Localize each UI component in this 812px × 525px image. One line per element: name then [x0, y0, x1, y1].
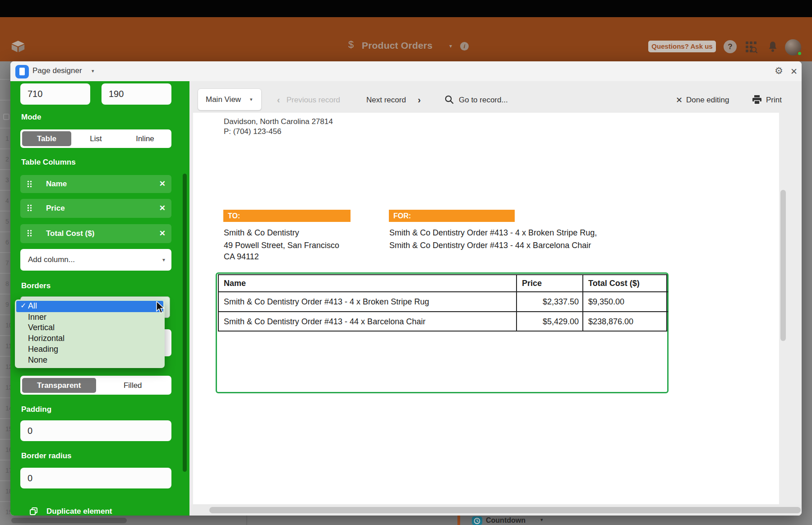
- background-row-number: 17: [5, 467, 10, 475]
- column-pill-price[interactable]: Price ✕: [20, 199, 171, 218]
- caret-down-icon: ▾: [162, 249, 165, 271]
- background-row-number: 16: [5, 446, 10, 454]
- phone-line: P: (704) 123-456: [224, 127, 281, 136]
- background-row-number: 15: [5, 425, 10, 433]
- padding-label: Padding: [21, 405, 51, 414]
- table-title[interactable]: Product Orders: [362, 40, 433, 51]
- table-cell: Smith & Co Dentistry Order #413 - 4 x Br…: [219, 292, 517, 312]
- online-status-dot: [797, 51, 802, 56]
- modal-title[interactable]: Page designer: [32, 66, 82, 75]
- close-icon: ✕: [676, 95, 683, 105]
- add-column-select[interactable]: Add column... ▾: [20, 249, 171, 271]
- duplicate-element-button[interactable]: Duplicate element: [29, 507, 165, 516]
- table-columns-label: Table Columns: [21, 158, 76, 167]
- to-line: 49 Powell Street, San Francisco: [224, 241, 339, 250]
- mode-option-table[interactable]: Table: [22, 131, 71, 146]
- gear-icon[interactable]: ⚙: [775, 65, 783, 76]
- to-line: CA 94112: [224, 252, 259, 262]
- page-designer-modal: Page designer ▾ ⚙ ✕ Mode Table List Inli…: [10, 61, 802, 516]
- top-black-strip: [0, 0, 812, 17]
- drag-handle-icon[interactable]: [27, 204, 32, 212]
- fill-option-filled[interactable]: Filled: [96, 378, 170, 393]
- remove-column-icon[interactable]: ✕: [159, 175, 166, 193]
- borders-option-inner[interactable]: Inner: [16, 312, 163, 323]
- close-icon[interactable]: ✕: [790, 66, 798, 76]
- print-button[interactable]: Print: [766, 96, 782, 105]
- print-icon: [752, 95, 762, 105]
- duplicate-label: Duplicate element: [46, 507, 112, 516]
- borders-option-none[interactable]: None: [16, 355, 163, 366]
- avatar[interactable]: [785, 39, 801, 55]
- title-caret-down-icon[interactable]: ▾: [449, 43, 452, 49]
- document-page[interactable]: Davidson, North Carolina 27814 P: (704) …: [193, 113, 779, 504]
- help-icon[interactable]: ?: [724, 40, 737, 53]
- selected-element-outline[interactable]: Name Price Total Cost ($) Smith & Co Den…: [216, 272, 669, 393]
- background-row-number: 10: [5, 322, 10, 330]
- screen: $ Product Orders ▾ i Questions? Ask us ?: [0, 0, 812, 525]
- column-pill-total-cost[interactable]: Total Cost ($) ✕: [20, 224, 171, 243]
- countdown-label: Countdown: [486, 516, 526, 525]
- remove-column-icon[interactable]: ✕: [159, 199, 166, 218]
- background-checkbox: [3, 114, 9, 120]
- mode-option-inline[interactable]: Inline: [120, 131, 170, 146]
- sidebar-scrollbar[interactable]: [183, 174, 187, 472]
- borders-option-vertical[interactable]: Vertical: [16, 322, 163, 334]
- background-row-number: 6: [5, 239, 10, 247]
- mode-label: Mode: [21, 113, 41, 122]
- bell-icon[interactable]: [767, 41, 779, 53]
- mode-segmented-control: Table List Inline: [20, 129, 171, 148]
- background-row-number: 1: [5, 135, 10, 143]
- border-radius-field[interactable]: [20, 468, 171, 488]
- preview-hscroll-thumb[interactable]: [209, 507, 801, 513]
- chevron-right-icon: ›: [418, 95, 421, 105]
- borders-dropdown-menu: ✓ All Inner Vertical Horizontal Heading …: [15, 299, 165, 368]
- height-field[interactable]: [102, 83, 171, 105]
- page-designer-icon: [15, 65, 29, 78]
- column-pill-name[interactable]: Name ✕: [20, 175, 171, 193]
- borders-option-all[interactable]: ✓ All: [16, 301, 163, 312]
- remove-column-icon[interactable]: ✕: [159, 224, 166, 243]
- drag-handle-icon[interactable]: [27, 180, 32, 188]
- info-icon[interactable]: i: [460, 42, 469, 51]
- check-icon: ✓: [20, 301, 26, 310]
- table-cell: $5,429.00: [517, 312, 583, 332]
- border-radius-label: Border radius: [21, 451, 71, 461]
- fill-option-transparent[interactable]: Transparent: [22, 378, 96, 393]
- background-scrollbar-thumb: [11, 518, 127, 523]
- table-header-name: Name: [219, 275, 517, 292]
- airtable-logo-icon[interactable]: [10, 39, 26, 54]
- caret-down-icon: ▾: [250, 97, 253, 102]
- countdown-app-icon: [472, 516, 482, 525]
- padding-field[interactable]: [20, 420, 171, 441]
- modal-title-caret-down-icon[interactable]: ▾: [92, 68, 94, 74]
- drag-handle-icon[interactable]: [27, 230, 32, 237]
- to-header-bar: TO:: [223, 210, 351, 222]
- background-row-number: 7: [5, 259, 10, 267]
- mode-option-list[interactable]: List: [71, 131, 120, 146]
- previous-record-button[interactable]: Previous record: [286, 96, 340, 105]
- dollar-icon: $: [348, 39, 354, 51]
- table-cell: $238,876.00: [583, 312, 668, 332]
- table-cell: $9,350.00: [583, 292, 668, 312]
- order-table: Name Price Total Cost ($) Smith & Co Den…: [218, 274, 667, 332]
- mouse-cursor: [156, 301, 166, 315]
- apps-search-icon[interactable]: [745, 41, 757, 53]
- background-row-number: 9: [5, 301, 10, 309]
- add-column-placeholder: Add column...: [28, 249, 75, 271]
- done-editing-button[interactable]: Done editing: [686, 96, 729, 105]
- address-line: Davidson, North Carolina 27814: [224, 117, 333, 126]
- next-record-button[interactable]: Next record: [366, 96, 406, 105]
- background-row-number: 2: [5, 156, 10, 164]
- borders-option-heading[interactable]: Heading: [16, 344, 163, 355]
- countdown-caret-down-icon: ▾: [540, 517, 543, 523]
- questions-button[interactable]: Questions? Ask us: [648, 41, 716, 52]
- table-cell: Smith & Co Dentistry Order #413 - 44 x B…: [219, 312, 517, 332]
- go-to-record-button[interactable]: Go to record...: [459, 96, 508, 105]
- width-field[interactable]: [20, 83, 90, 105]
- table-cell: $2,337.50: [517, 292, 583, 312]
- borders-option-horizontal[interactable]: Horizontal: [16, 333, 163, 345]
- column-pill-label: Price: [46, 199, 65, 218]
- view-selector-button[interactable]: Main View ▾: [198, 88, 262, 111]
- for-header-bar: FOR:: [389, 210, 515, 222]
- preview-vscroll-thumb[interactable]: [780, 190, 786, 341]
